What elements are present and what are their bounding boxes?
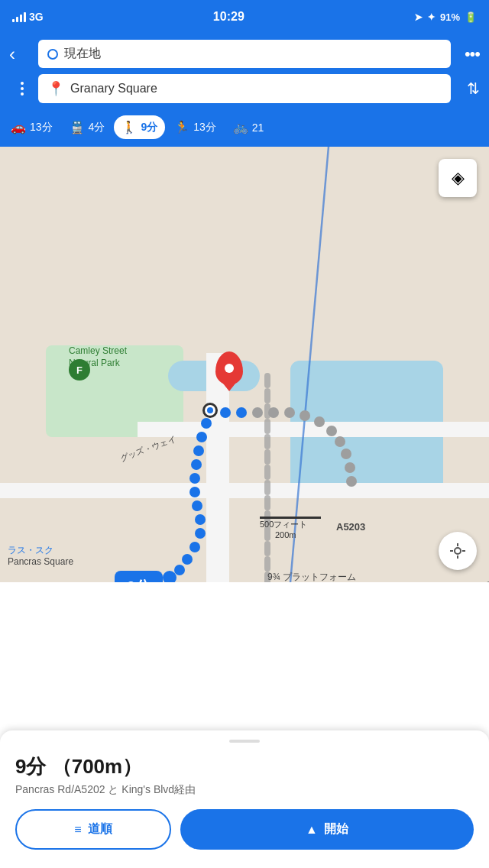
battery-text: 91% — [440, 11, 460, 23]
svg-point-9 — [189, 487, 200, 497]
destination-row: 📍 Granary Square ⇅ — [9, 74, 480, 103]
svg-point-15 — [174, 565, 185, 575]
tab-bike[interactable]: 🚲 21 — [225, 115, 272, 139]
car-time: 13分 — [30, 121, 53, 134]
status-right: ➤ ✦ 91% 🔋 — [414, 11, 477, 23]
bluetooth-icon: ✦ — [427, 11, 436, 23]
svg-point-26 — [341, 449, 351, 459]
destination-field[interactable]: 📍 Granary Square — [38, 74, 451, 103]
origin-text: 現在地 — [64, 46, 442, 62]
green-f-marker: F — [69, 359, 90, 381]
svg-point-23 — [314, 416, 325, 427]
pin-dot — [225, 364, 234, 373]
svg-point-20 — [268, 407, 279, 418]
pin-body — [215, 351, 243, 385]
location-active-icon: ➤ — [414, 11, 423, 23]
layer-icon: ◈ — [452, 168, 465, 188]
svg-point-7 — [191, 459, 202, 470]
map-label-pancras-sq-1: ラス・スク — [8, 544, 53, 557]
bottom-panel: 9分 （700m） Pancras Rd/A5202 と King's Blvd… — [0, 730, 489, 868]
svg-point-19 — [252, 407, 263, 418]
origin-field[interactable]: 現在地 — [38, 40, 451, 68]
svg-point-4 — [201, 418, 212, 429]
route-dots-icon — [9, 82, 31, 96]
tab-car[interactable]: 🚗 13分 — [3, 115, 60, 139]
svg-point-11 — [195, 514, 206, 525]
crosshair-icon — [449, 542, 467, 560]
status-bar: 3G 10:29 ➤ ✦ 91% 🔋 — [0, 0, 489, 34]
map-label-pancras-sq-2: Pancras Square — [8, 556, 73, 567]
start-button[interactable]: ▲ 開始 — [180, 809, 474, 850]
svg-point-6 — [193, 445, 204, 456]
directions-button[interactable]: ≡ 道順 — [15, 809, 171, 850]
current-location-marker — [202, 403, 218, 418]
run-time: 13分 — [193, 121, 216, 134]
svg-point-8 — [189, 473, 200, 484]
svg-point-12 — [195, 528, 206, 539]
destination-marker — [215, 351, 243, 385]
svg-point-18 — [236, 407, 247, 418]
svg-point-25 — [335, 436, 345, 447]
svg-point-24 — [326, 426, 337, 436]
svg-point-28 — [346, 476, 357, 487]
swap-button[interactable]: ⇅ — [458, 79, 480, 98]
svg-point-22 — [300, 410, 310, 421]
transport-bar: 🚗 13分 🚆 4分 🚶 9分 🏃 13分 🚲 21 — [0, 111, 489, 147]
bike-icon: 🚲 — [233, 120, 248, 134]
map-label-a5203: A5203 — [336, 521, 365, 533]
panel-handle — [229, 740, 260, 743]
status-left: 3G — [12, 11, 44, 23]
scale-bar: 500フィート 200m — [260, 517, 321, 539]
svg-point-27 — [345, 462, 355, 473]
run-icon: 🏃 — [174, 120, 189, 134]
nav-arrow-icon: ▲ — [306, 823, 318, 837]
svg-point-5 — [196, 432, 207, 442]
map-label-platform: 9¾ プラットフォーム — [267, 571, 356, 582]
layer-button[interactable]: ◈ — [439, 159, 477, 197]
origin-row: ‹ 現在地 ••• — [9, 40, 480, 68]
time-bubble: 9分 — [115, 571, 163, 582]
my-location-button[interactable] — [439, 532, 477, 570]
via-text: Pancras Rd/A5202 と King's Blvd経由 — [15, 783, 474, 797]
tab-walk[interactable]: 🚶 9分 — [114, 115, 165, 139]
header: ‹ 現在地 ••• 📍 Granary Square ⇅ — [0, 34, 489, 111]
svg-point-13 — [189, 542, 200, 552]
svg-point-29 — [455, 548, 461, 554]
scale-feet: 500フィート — [260, 519, 307, 530]
battery-icon: 🔋 — [465, 11, 477, 23]
svg-point-17 — [220, 407, 231, 418]
train-time: 4分 — [89, 121, 105, 134]
scale-meters: 200m — [275, 530, 321, 539]
signal-icon — [12, 11, 26, 22]
destination-text: Granary Square — [70, 82, 442, 96]
back-button[interactable]: ‹ — [9, 44, 31, 65]
svg-point-14 — [182, 554, 193, 565]
summary-title: 9分 （700m） — [15, 753, 474, 780]
bike-time: 21 — [252, 121, 264, 134]
list-icon: ≡ — [74, 823, 81, 837]
svg-point-21 — [284, 407, 295, 418]
walk-icon: 🚶 — [121, 120, 137, 134]
map-label-camley-st: Camley Street — [69, 345, 127, 356]
tab-train[interactable]: 🚆 4分 — [62, 115, 113, 139]
tab-run[interactable]: 🏃 13分 — [167, 115, 224, 139]
car-icon: 🚗 — [11, 120, 26, 134]
status-time: 10:29 — [213, 10, 244, 24]
network-type: 3G — [29, 11, 44, 23]
destination-pin-icon: 📍 — [47, 80, 64, 97]
train-icon: 🚆 — [70, 120, 85, 134]
svg-point-10 — [192, 500, 202, 511]
panel-buttons: ≡ 道順 ▲ 開始 — [15, 809, 474, 850]
origin-dot-icon — [47, 49, 58, 60]
map-area[interactable]: F 9分 1分 遅く 到達 Camley Street Natural Park… — [0, 147, 489, 582]
walk-time: 9分 — [141, 121, 157, 134]
more-button[interactable]: ••• — [458, 44, 480, 64]
svg-point-16 — [164, 572, 176, 582]
